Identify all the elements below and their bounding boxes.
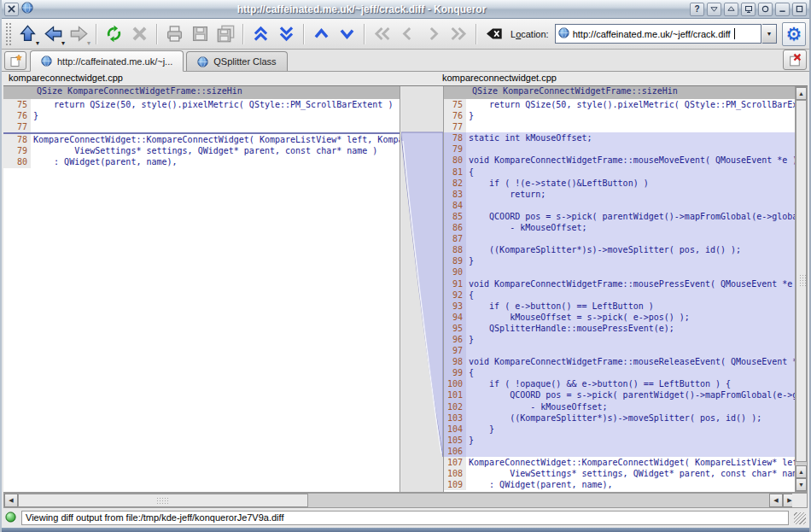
- code-text: if ( e->button() == LeftButton ): [466, 301, 799, 312]
- code-text: - kMouseOffset;: [466, 401, 799, 412]
- line-number: 103: [444, 412, 466, 424]
- code-text: kMouseOffset = s->pick( e->pos() );: [466, 312, 799, 323]
- code-line-row: 75 return QSize(50, style().pixelMetric(…: [444, 99, 799, 110]
- code-text: }: [466, 334, 799, 345]
- scroll-up-button-2[interactable]: ▲: [796, 465, 807, 478]
- code-text: if ( !(e->state()&LeftButton) ): [466, 178, 799, 189]
- line-number: 95: [444, 323, 466, 334]
- back-arrow-icon: [44, 25, 62, 43]
- location-input[interactable]: http://caffeinated.me.uk/~jeff/crack.dif…: [555, 24, 761, 44]
- go-back-button[interactable]: ▾: [41, 22, 66, 46]
- code-text: : QWidget(parent, name),: [466, 479, 799, 490]
- tab-qsplitter-class[interactable]: QSplitter Class: [186, 51, 287, 71]
- double-chevron-up-icon: [252, 25, 270, 43]
- code-text: [466, 266, 799, 278]
- vertical-scroll-thumb[interactable]: [796, 100, 807, 462]
- go-forward-button[interactable]: ▾: [67, 22, 91, 46]
- all-desktops-button[interactable]: [758, 3, 773, 16]
- code-text: [31, 121, 400, 132]
- code-text: static int kMouseOffset;: [466, 132, 799, 143]
- prev-file-button[interactable]: [248, 22, 273, 46]
- clear-location-icon: [485, 25, 503, 43]
- next-file-button[interactable]: [274, 22, 299, 46]
- url-text: http://caffeinated.me.uk/~jeff/crack.dif…: [573, 29, 731, 39]
- destination-pane[interactable]: QSize KompareConnectWidgetFrame::sizeHin…: [443, 86, 799, 492]
- minimize-button[interactable]: [775, 3, 790, 16]
- code-text: {: [466, 167, 799, 178]
- previous-item-button[interactable]: [395, 22, 420, 46]
- print-button[interactable]: [162, 22, 187, 46]
- line-number: 79: [444, 143, 466, 155]
- location-dropdown-button[interactable]: ▼: [762, 24, 777, 44]
- vertical-scrollbar[interactable]: ▲ ▲ ▼: [795, 86, 808, 492]
- code-text: ((KompareSplitter*)s)->moveSplitter( pos…: [466, 412, 799, 424]
- section-header: QSize KompareConnectWidgetFrame::sizeHin: [444, 86, 799, 99]
- next-item-button[interactable]: [421, 22, 446, 46]
- location-label: Location:: [511, 29, 549, 39]
- horizontal-scrollbar[interactable]: ◀ ◀ ▶: [3, 493, 808, 508]
- titlebar: http://caffeinated.me.uk/~jeff/crack.dif…: [2, 0, 809, 19]
- code-text: }: [466, 435, 799, 446]
- code-text: }: [466, 424, 799, 435]
- close-tab-button[interactable]: [783, 50, 807, 70]
- roll-down-button[interactable]: [707, 3, 721, 16]
- web-globe-icon: [41, 56, 52, 67]
- source-pane[interactable]: QSize KompareConnectWidgetFrame::sizeHin…: [3, 86, 400, 492]
- code-line-row: 88 ((KompareSplitter*)s)->moveSplitter( …: [444, 244, 799, 255]
- close-button[interactable]: [4, 3, 19, 16]
- line-number: 78: [3, 134, 31, 145]
- roll-up-button[interactable]: [724, 3, 738, 16]
- scroll-left-button-2[interactable]: ◀: [769, 494, 783, 507]
- new-tab-button[interactable]: [4, 51, 26, 70]
- line-number: 76: [444, 110, 466, 121]
- code-line-row: 77: [3, 121, 400, 132]
- to-desktop-button[interactable]: [741, 3, 756, 16]
- prev-difference-button[interactable]: [309, 22, 334, 46]
- scroll-down-button[interactable]: ▼: [796, 478, 807, 491]
- code-line-row: 104 }: [444, 424, 799, 435]
- statusbar: Viewing diff output from file:/tmp/kde-j…: [2, 508, 809, 528]
- reload-button[interactable]: [102, 22, 126, 46]
- code-text: [466, 121, 799, 132]
- line-number: 98: [444, 356, 466, 367]
- resize-grip[interactable]: [794, 512, 806, 524]
- code-line-row: 102 - kMouseOffset;: [444, 401, 799, 412]
- maximize-button[interactable]: [792, 3, 807, 16]
- stop-icon: [131, 25, 149, 43]
- line-number: 76: [3, 110, 31, 121]
- code-line-row: 85 QCOORD pos = s->pick( parentWidget()-…: [444, 211, 799, 222]
- horizontal-scroll-thumb[interactable]: [18, 494, 308, 507]
- toolbar-handle[interactable]: [5, 22, 12, 46]
- last-item-button[interactable]: [446, 22, 471, 46]
- minimize-icon: [779, 5, 786, 13]
- toolbar-separator: [156, 24, 158, 44]
- save-frame-button[interactable]: [213, 22, 238, 46]
- save-button[interactable]: [188, 22, 213, 46]
- window-bottom-border: [2, 528, 809, 532]
- code-line-row: 81{: [444, 167, 799, 178]
- code-text: return QSize(50, style().pixelMetric( QS…: [31, 99, 400, 110]
- tab-crack-diff[interactable]: http://caffeinated.me.uk/~j...: [30, 50, 184, 72]
- next-difference-button[interactable]: [335, 22, 359, 46]
- scroll-left-button[interactable]: ◀: [4, 494, 18, 507]
- code-text: QSplitterHandle::mousePressEvent(e);: [466, 323, 799, 334]
- code-line-row: 77: [444, 121, 799, 132]
- code-text: return;: [466, 189, 799, 200]
- help-button[interactable]: ?: [690, 3, 704, 16]
- code-text: void KompareConnectWidgetFrame::mouseMov…: [466, 155, 799, 166]
- stop-button[interactable]: [127, 22, 152, 46]
- code-line-row: 90: [444, 266, 799, 278]
- text-caret: [734, 28, 735, 39]
- triangle-down-icon: [710, 5, 718, 13]
- code-line-row: 96}: [444, 334, 799, 345]
- code-line-row: 79: [444, 143, 799, 155]
- scroll-up-button[interactable]: ▲: [796, 87, 807, 100]
- line-number: 93: [444, 301, 466, 312]
- go-up-button[interactable]: ▾: [15, 22, 40, 46]
- clear-location-button[interactable]: [481, 22, 506, 46]
- first-item-button[interactable]: [370, 22, 394, 46]
- monitor-icon: [744, 5, 753, 14]
- code-line-row: 92{: [444, 289, 799, 301]
- code-line-row: 87: [444, 233, 799, 244]
- toolbar-separator: [96, 24, 97, 44]
